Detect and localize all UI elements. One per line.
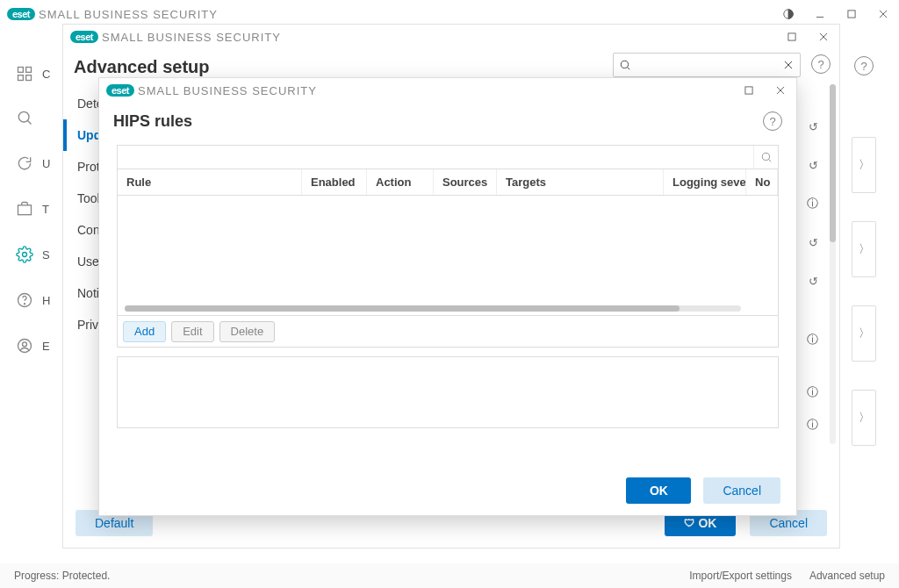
add-button[interactable]: Add: [123, 321, 166, 342]
undo-icon[interactable]: ↺: [809, 236, 818, 249]
hips-header: HIPS rules ?: [99, 103, 796, 140]
adv-scrollbar[interactable]: [830, 84, 836, 444]
svg-point-12: [23, 253, 27, 257]
svg-point-20: [621, 61, 628, 68]
undo-icon[interactable]: ↺: [809, 275, 818, 288]
adv-search-input[interactable]: [636, 59, 777, 71]
main-sidebar: C U T S H E: [0, 28, 49, 563]
sidebar-item-account[interactable]: E: [14, 335, 35, 356]
svg-rect-5: [18, 68, 24, 73]
hips-search-input[interactable]: [118, 151, 753, 163]
undo-icon[interactable]: ↺: [809, 159, 818, 172]
svg-rect-7: [18, 75, 24, 81]
status-bar: Progress: Protected. Import/Export setti…: [0, 563, 899, 588]
hips-footer: OK Cancel: [99, 466, 796, 515]
hips-table-body: [118, 196, 778, 315]
close-icon[interactable]: [874, 5, 892, 23]
hips-title: HIPS rules: [113, 112, 192, 131]
hips-rules-dialog: eset SMALL BUSINESS SECURITY HIPS rules …: [98, 77, 797, 516]
col-action[interactable]: Action: [367, 169, 434, 195]
status-text: Progress: Protected.: [14, 570, 110, 582]
col-enabled[interactable]: Enabled: [302, 169, 367, 195]
maximize-icon[interactable]: [740, 82, 758, 99]
brand-logo: eset SMALL BUSINESS SECURITY: [7, 8, 218, 21]
svg-line-10: [27, 120, 31, 124]
scrollbar-thumb[interactable]: [125, 305, 680, 312]
panel-chevron-4[interactable]: 〉: [852, 390, 876, 446]
svg-rect-11: [18, 205, 32, 215]
col-sources[interactable]: Sources: [434, 169, 497, 195]
search-icon[interactable]: [753, 146, 778, 169]
edit-button: Edit: [171, 321, 213, 342]
svg-rect-24: [745, 87, 752, 94]
main-window-controls: [780, 5, 892, 23]
info-icon[interactable]: ⓘ: [807, 417, 818, 433]
adv-title: Advanced setup: [74, 57, 209, 77]
col-logging-severity[interactable]: Logging severity: [664, 169, 746, 195]
info-icon[interactable]: ⓘ: [807, 332, 818, 348]
sidebar-item-tools[interactable]: T: [14, 198, 35, 219]
panel-chevron-2[interactable]: 〉: [852, 221, 876, 277]
adv-search[interactable]: [613, 53, 801, 77]
ok-button[interactable]: OK: [626, 477, 691, 504]
hips-table-header: RuleEnabledActionSourcesTargetsLogging s…: [118, 169, 778, 196]
cancel-button[interactable]: Cancel: [703, 477, 780, 504]
svg-rect-6: [26, 68, 32, 73]
info-icon[interactable]: ⓘ: [807, 196, 818, 212]
delete-button: Delete: [219, 321, 276, 342]
maximize-icon[interactable]: [783, 28, 801, 46]
info-icon[interactable]: ⓘ: [807, 384, 818, 400]
svg-point-27: [762, 153, 769, 160]
col-rule[interactable]: Rule: [118, 169, 302, 195]
hips-preview-pane: [117, 356, 779, 428]
sidebar-item-update[interactable]: U: [14, 153, 35, 174]
sidebar-item-overview[interactable]: C: [14, 63, 35, 84]
sidebar-item-help[interactable]: H: [14, 290, 35, 311]
adv-titlebar: eset SMALL BUSINESS SECURITY: [63, 25, 839, 49]
help-icon[interactable]: ?: [811, 54, 831, 74]
right-panel-peek: ? 〉 〉 〉 〉: [850, 56, 878, 456]
scrollbar-thumb[interactable]: [830, 84, 836, 242]
clear-icon[interactable]: [782, 59, 795, 71]
hips-table: RuleEnabledActionSourcesTargetsLogging s…: [117, 169, 779, 316]
brand-logo: eset SMALL BUSINESS SECURITY: [70, 31, 281, 44]
svg-line-21: [627, 67, 629, 69]
svg-point-14: [25, 304, 25, 305]
close-icon[interactable]: [815, 28, 832, 46]
minimize-icon[interactable]: [811, 5, 829, 23]
hips-titlebar: eset SMALL BUSINESS SECURITY: [99, 78, 796, 103]
search-icon: [619, 59, 631, 71]
brand-product: SMALL BUSINESS SECURITY: [39, 8, 218, 21]
sidebar-item-setup[interactable]: S: [14, 244, 35, 265]
hips-actions: Add Edit Delete: [117, 316, 779, 348]
contrast-icon[interactable]: [780, 5, 797, 23]
advanced-setup-link[interactable]: Advanced setup: [809, 570, 885, 582]
import-export-link[interactable]: Import/Export settings: [689, 570, 792, 582]
horizontal-scrollbar[interactable]: [125, 305, 741, 312]
svg-line-28: [768, 159, 771, 161]
brand-badge: eset: [7, 8, 35, 20]
hips-search: [117, 145, 779, 169]
maximize-icon[interactable]: [843, 5, 860, 23]
svg-rect-17: [788, 33, 795, 40]
panel-chevron-1[interactable]: 〉: [852, 137, 876, 193]
brand-logo: eset SMALL BUSINESS SECURITY: [106, 84, 317, 97]
svg-point-16: [23, 342, 27, 347]
close-icon[interactable]: [772, 82, 789, 99]
help-icon[interactable]: ?: [763, 111, 782, 131]
svg-rect-8: [26, 75, 32, 81]
panel-chevron-3[interactable]: 〉: [852, 305, 876, 362]
svg-point-9: [18, 111, 29, 122]
svg-rect-2: [848, 11, 855, 18]
sidebar-item-search[interactable]: [14, 107, 35, 128]
col-no[interactable]: No: [746, 169, 778, 195]
help-icon[interactable]: ?: [854, 56, 874, 75]
col-targets[interactable]: Targets: [497, 169, 664, 195]
undo-icon[interactable]: ↺: [809, 120, 818, 133]
